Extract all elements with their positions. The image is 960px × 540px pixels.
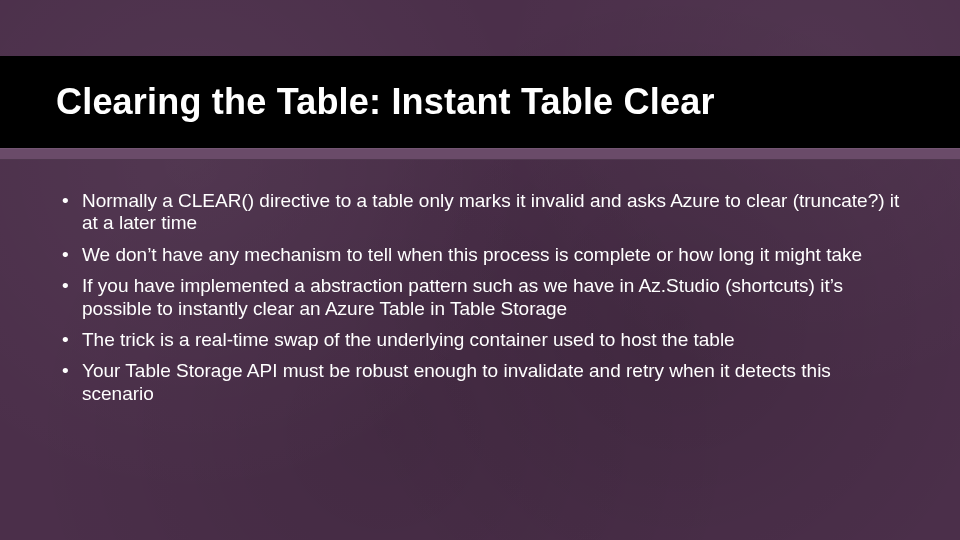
bullet-item: Normally a CLEAR() directive to a table … xyxy=(60,190,900,235)
bullet-item: Your Table Storage API must be robust en… xyxy=(60,360,900,405)
accent-bar xyxy=(0,148,960,160)
bullet-item: The trick is a real-time swap of the und… xyxy=(60,329,900,351)
bullet-list: Normally a CLEAR() directive to a table … xyxy=(60,190,900,405)
slide-body: Normally a CLEAR() directive to a table … xyxy=(60,190,900,414)
bullet-item: If you have implemented a abstraction pa… xyxy=(60,275,900,320)
title-band: Clearing the Table: Instant Table Clear xyxy=(0,56,960,148)
bullet-item: We don’t have any mechanism to tell when… xyxy=(60,244,900,266)
slide: Clearing the Table: Instant Table Clear … xyxy=(0,0,960,540)
slide-title: Clearing the Table: Instant Table Clear xyxy=(0,82,715,122)
